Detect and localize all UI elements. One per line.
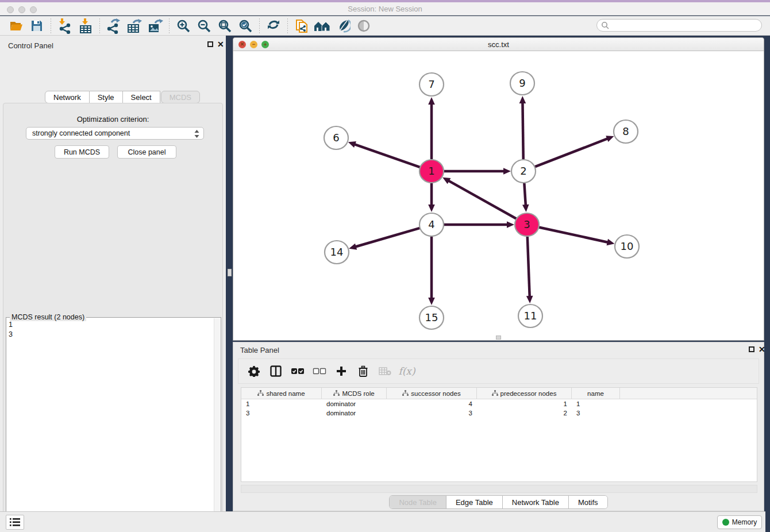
tab-style[interactable]: Style — [90, 91, 123, 103]
table-cell[interactable]: 1 — [477, 400, 572, 407]
node-label: 9 — [519, 77, 525, 89]
tab-network-table[interactable]: Network Table — [502, 496, 568, 508]
status-bar: Memory — [0, 511, 765, 532]
table-cell[interactable]: dominator — [322, 410, 387, 417]
zoom-out-icon[interactable] — [195, 18, 213, 34]
task-history-button[interactable] — [6, 515, 24, 530]
open-file-icon[interactable] — [7, 18, 25, 34]
table-cell[interactable]: 3 — [387, 410, 477, 417]
import-network-icon[interactable] — [56, 18, 74, 34]
column-header-shared-name[interactable]: shared name — [241, 388, 322, 399]
export-image-icon[interactable] — [147, 18, 164, 34]
memory-button[interactable]: Memory — [717, 515, 762, 529]
tab-select[interactable]: Select — [123, 91, 160, 103]
edge-arrowhead — [428, 205, 435, 212]
zoom-selected-icon[interactable] — [237, 18, 254, 34]
deselect-all-icon[interactable] — [312, 364, 327, 379]
tab-motifs[interactable]: Motifs — [568, 496, 607, 508]
export-table-icon[interactable] — [126, 18, 143, 34]
save-session-icon[interactable] — [28, 18, 45, 34]
column-header-predecessor-nodes[interactable]: predecessor nodes — [477, 388, 572, 399]
close-panel-button[interactable]: Close panel — [117, 145, 176, 159]
gear-icon[interactable] — [247, 364, 261, 379]
table-scrollbar[interactable] — [241, 485, 757, 493]
select-all-icon[interactable] — [290, 364, 305, 379]
apply-style-icon[interactable] — [334, 18, 352, 34]
mcds-result-text: 1 3 — [9, 320, 213, 532]
edge-arrowhead — [348, 141, 356, 148]
tab-edge-table[interactable]: Edge Table — [446, 496, 502, 508]
edge-2-8[interactable] — [535, 138, 609, 167]
table-cell[interactable]: 1 — [572, 400, 620, 407]
edge-3-10[interactable] — [539, 227, 609, 242]
table-row[interactable]: 1dominator411 — [241, 399, 757, 408]
search-field[interactable] — [596, 19, 762, 32]
node-table-body: 1dominator4113dominator323 — [241, 399, 757, 418]
zoom-fit-icon[interactable] — [216, 18, 233, 34]
show-hide-icon[interactable] — [355, 18, 372, 34]
column-header-MCDS-role[interactable]: MCDS role — [322, 388, 387, 399]
table-tabs: Node Table Edge Table Network Table Moti… — [233, 495, 764, 509]
mcds-result-scrollbar[interactable] — [214, 318, 220, 532]
column-header-name[interactable]: name — [572, 388, 620, 399]
network-view-window: ✕ − ＋ scc.txt 7968124314101511 — [233, 37, 764, 341]
delete-icon[interactable] — [356, 364, 371, 379]
add-row-icon[interactable] — [334, 364, 349, 379]
edge-2-9[interactable] — [522, 102, 523, 159]
refresh-icon[interactable] — [265, 18, 282, 34]
edge-3-1[interactable] — [448, 180, 517, 219]
table-cell[interactable]: 3 — [241, 410, 322, 417]
tab-network[interactable]: Network — [45, 91, 90, 103]
table-panel-close-icon[interactable]: ✕ — [759, 346, 765, 352]
delete-table-icon — [378, 364, 392, 379]
table-cell[interactable]: 4 — [387, 400, 477, 407]
titlebar-accent-stripe — [0, 0, 770, 2]
export-network-icon[interactable] — [105, 18, 122, 34]
horizontal-splitter-handle[interactable] — [496, 336, 501, 340]
node-table-header: shared nameMCDS rolesuccessor nodesprede… — [241, 388, 757, 399]
optimization-criterion-label: Optimization criterion: — [3, 115, 222, 124]
edge-4-14[interactable] — [355, 228, 420, 247]
table-row[interactable]: 3dominator323 — [241, 408, 757, 418]
node-label: 6 — [333, 132, 339, 144]
table-panel: Table Panel ✕ f(x) shared nameMCDS roles… — [233, 342, 764, 511]
edge-arrowhead — [428, 97, 435, 105]
node-label: 2 — [520, 165, 526, 177]
control-panel-float-icon[interactable] — [207, 41, 213, 47]
network-canvas[interactable]: 7968124314101511 — [233, 51, 764, 340]
run-mcds-button[interactable]: Run MCDS — [55, 145, 109, 159]
edge-arrowhead — [519, 96, 526, 103]
column-header-successor-nodes[interactable]: successor nodes — [387, 388, 477, 399]
criterion-select[interactable]: strongly connected component — [26, 127, 204, 140]
edge-2-3[interactable] — [524, 183, 526, 206]
function-builder-icon: f(x) — [399, 364, 414, 379]
table-cell[interactable]: 1 — [241, 400, 322, 407]
node-label: 3 — [523, 218, 530, 230]
zoom-in-icon[interactable] — [175, 18, 192, 34]
select-stepper-icon — [194, 129, 200, 140]
search-icon — [601, 21, 609, 29]
import-table-icon[interactable] — [77, 18, 94, 34]
list-icon — [10, 518, 20, 526]
edge-1-6[interactable] — [354, 144, 420, 167]
network-window-titlebar[interactable]: ✕ − ＋ scc.txt — [233, 38, 764, 51]
new-network-from-selection-icon[interactable] — [293, 18, 310, 34]
node-label: 4 — [428, 218, 434, 230]
memory-status-icon — [722, 519, 729, 526]
table-toolbar: f(x) — [238, 358, 759, 384]
toolbar-separator — [51, 18, 51, 33]
tab-node-table[interactable]: Node Table — [390, 496, 446, 508]
table-panel-float-icon[interactable] — [749, 346, 754, 352]
control-panel-close-icon[interactable]: ✕ — [217, 41, 224, 47]
first-neighbors-icon[interactable] — [314, 18, 331, 34]
vertical-splitter-handle[interactable] — [228, 269, 232, 276]
split-columns-icon[interactable] — [268, 364, 283, 379]
table-cell[interactable]: 3 — [572, 410, 620, 417]
control-panel-tabs: Network Style Select MCDS — [45, 91, 200, 103]
edge-3-11[interactable] — [528, 237, 530, 297]
tab-mcds[interactable]: MCDS — [161, 91, 200, 103]
table-cell[interactable]: 2 — [477, 410, 572, 417]
node-table[interactable]: shared nameMCDS rolesuccessor nodesprede… — [241, 387, 757, 482]
search-input[interactable] — [609, 20, 761, 30]
table-cell[interactable]: dominator — [322, 400, 387, 407]
